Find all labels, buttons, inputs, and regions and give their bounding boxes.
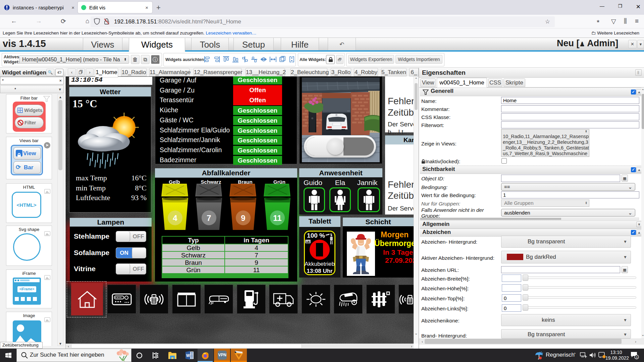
svg-text:7: 7 [207,214,211,223]
svg-text:3: 3 [636,356,638,359]
svg-text:W: W [186,353,190,358]
svg-text:9: 9 [241,214,245,223]
svg-text:4: 4 [173,214,177,223]
svg-text:11: 11 [273,214,281,223]
